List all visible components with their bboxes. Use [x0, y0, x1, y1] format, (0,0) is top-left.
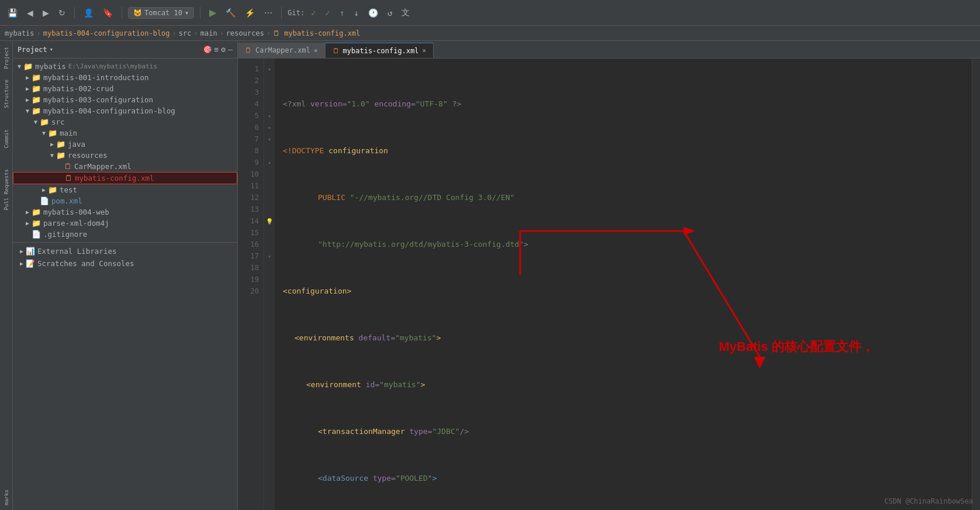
tree-item-mybatis[interactable]: ▼ 📁 mybatis E:\Java\mybatis\mybatis [13, 61, 237, 72]
line-num-10: 10 [238, 168, 264, 180]
tree-label-carmapper: CarMapper.xml [74, 162, 131, 171]
pull-requests-icon[interactable]: Pull Requests [2, 167, 11, 212]
git-translate-icon[interactable]: 文 [399, 6, 413, 20]
tree-item-test[interactable]: ▶ 📁 test [13, 184, 237, 195]
toolbar-separator-4 [281, 7, 282, 19]
tabs-bar: 🗒 CarMapper.xml × 🗒 mybatis-config.xml × [238, 41, 980, 58]
main-layout: Project Structure Commit Pull Requests m… [0, 41, 980, 510]
tree-label-002: mybatis-002-crud [43, 84, 113, 93]
sidebar-divider [13, 242, 237, 243]
run-button[interactable]: ▶ [206, 5, 219, 20]
gutter-11 [264, 180, 275, 192]
file-icon-gitignore: 📄 [32, 230, 41, 239]
coverage-button[interactable]: ⚡ [242, 6, 258, 19]
tree-item-003[interactable]: ▶ 📁 mybatis-003-configuration [13, 94, 237, 105]
sidebar: Project ▾ 🎯 ≡ ⚙ — ▼ 📁 mybatis E:\Java\my… [13, 41, 238, 510]
tree-item-pom[interactable]: 📄 pom.xml [13, 195, 237, 206]
breadcrumb-mybatis[interactable]: mybatis [5, 29, 34, 37]
tree-label-gitignore: .gitignore [43, 230, 87, 239]
breadcrumb-main[interactable]: main [200, 29, 217, 37]
run-config-selector[interactable]: 🐱 Tomcat 10 ▾ [128, 7, 194, 19]
line-num-14: 14 [238, 215, 264, 227]
nav-back-button[interactable]: ◀ [24, 6, 36, 19]
sidebar-title: Project [18, 46, 47, 54]
tab-close-mybatis-config[interactable]: × [423, 47, 427, 54]
git-history-icon[interactable]: 🕐 [365, 6, 381, 19]
tab-carmapper[interactable]: 🗒 CarMapper.xml × [238, 43, 325, 58]
sidebar-dropdown-icon[interactable]: ▾ [50, 46, 54, 53]
code-line-3: PUBLIC "-//mybatis.org//DTD Config 3.0//… [281, 192, 972, 204]
line-num-9: 9 [238, 157, 264, 168]
tree-item-001[interactable]: ▶ 📁 mybatis-001-introduction [13, 72, 237, 83]
tree-item-external-libraries[interactable]: ▶ 📊 External Libraries [13, 245, 237, 257]
tree-item-src[interactable]: ▼ 📁 src [13, 116, 237, 128]
toolbar-separator-1 [74, 7, 75, 19]
marks-icon[interactable]: marks [2, 487, 11, 508]
nav-forward-button[interactable]: ▶ [40, 6, 52, 19]
tree-item-004[interactable]: ▼ 📁 mybatis-004-configuration-blog [13, 105, 237, 116]
line-num-12: 12 [238, 192, 264, 204]
folder-icon-001: 📁 [32, 73, 41, 82]
more-run-button[interactable]: ⋯ [261, 6, 275, 19]
tree-item-mybatis-config[interactable]: 🗒 mybatis-config.xml [13, 172, 237, 184]
gutter-15 [264, 227, 275, 239]
save-button[interactable]: 💾 [5, 6, 20, 19]
structure-panel-icon[interactable]: Structure [2, 77, 11, 111]
line-num-13: 13 [238, 204, 264, 215]
refresh-button[interactable]: ↻ [56, 6, 68, 19]
git-push-icon[interactable]: ↑ [337, 6, 347, 19]
sidebar-settings-icon[interactable]: ⚙ [221, 45, 226, 54]
ext-lib-label: External Libraries [37, 247, 116, 256]
file-arrow-pom [32, 198, 40, 204]
tree-label-pom: pom.xml [51, 197, 82, 205]
commit-panel-icon[interactable]: Commit [2, 127, 11, 151]
tree-item-java[interactable]: ▶ 📁 java [13, 139, 237, 150]
toolbar-separator-3 [200, 7, 200, 19]
tree-item-resources[interactable]: ▼ 📁 resources [13, 150, 237, 161]
breadcrumb-module[interactable]: mybatis-004-configuration-blog [43, 29, 170, 37]
bookmark-button[interactable]: 🔖 [100, 6, 116, 19]
tree-label-resources: resources [68, 151, 108, 160]
line-num-4: 4 [238, 98, 264, 110]
ext-lib-arrow: ▶ [18, 248, 26, 254]
tree-item-dom4j[interactable]: ▶ 📁 parse-xml-dom4j [13, 218, 237, 229]
code-line-9: <dataSource type="POOLED"> [281, 473, 972, 484]
tree-label-001: mybatis-001-introduction [43, 73, 149, 82]
toolbar-separator-2 [122, 7, 122, 19]
watermark-text: CSDN @ChinaRainbowSea [884, 497, 973, 505]
git-rollback-icon[interactable]: ↺ [385, 6, 395, 19]
gutter-20 [264, 285, 275, 297]
tree-item-004-web[interactable]: ▶ 📁 mybatis-004-web [13, 206, 237, 218]
sidebar-collapse-icon[interactable]: ≡ [214, 45, 219, 54]
tomcat-icon: 🐱 [133, 9, 142, 17]
git-fetch-icon[interactable]: ↓ [351, 6, 361, 19]
line-num-16: 16 [238, 239, 264, 250]
sidebar-locate-icon[interactable]: 🎯 [203, 45, 212, 54]
build-button[interactable]: 🔨 [223, 6, 238, 19]
breadcrumb: mybatis › mybatis-004-configuration-blog… [0, 26, 980, 41]
breadcrumb-resources[interactable]: resources [226, 29, 264, 37]
tree-item-scratches[interactable]: ▶ 📝 Scratches and Consoles [13, 257, 237, 270]
tab-mybatis-config[interactable]: 🗒 mybatis-config.xml × [325, 43, 434, 58]
git-branch-icon[interactable]: ✓ [308, 6, 318, 19]
folder-icon-004: 📁 [32, 106, 41, 115]
tree-label-main: main [60, 129, 77, 137]
folder-arrow-003: ▶ [23, 97, 32, 103]
project-panel-icon[interactable]: Project [2, 43, 11, 73]
user-button[interactable]: 👤 [81, 6, 96, 19]
gutter-8 [264, 145, 275, 157]
tree-item-carmapper[interactable]: 🗒 CarMapper.xml [13, 161, 237, 172]
editor-area: 🗒 CarMapper.xml × 🗒 mybatis-config.xml ×… [238, 41, 980, 510]
tab-close-carmapper[interactable]: × [314, 47, 318, 54]
git-commit-icon[interactable]: ✓ [323, 6, 333, 19]
folder-arrow-test: ▶ [40, 187, 48, 193]
tree-item-gitignore[interactable]: 📄 .gitignore [13, 229, 237, 240]
line-num-5: 5 [238, 110, 264, 122]
tree-item-main[interactable]: ▼ 📁 main [13, 128, 237, 139]
tree-item-002[interactable]: ▶ 📁 mybatis-002-crud [13, 83, 237, 94]
tree-label-java: java [68, 140, 85, 149]
breadcrumb-src[interactable]: src [179, 29, 192, 37]
sidebar-minimize-icon[interactable]: — [228, 45, 233, 54]
folder-icon-main: 📁 [48, 129, 57, 137]
breadcrumb-file[interactable]: 🗒 mybatis-config.xml [273, 29, 360, 37]
